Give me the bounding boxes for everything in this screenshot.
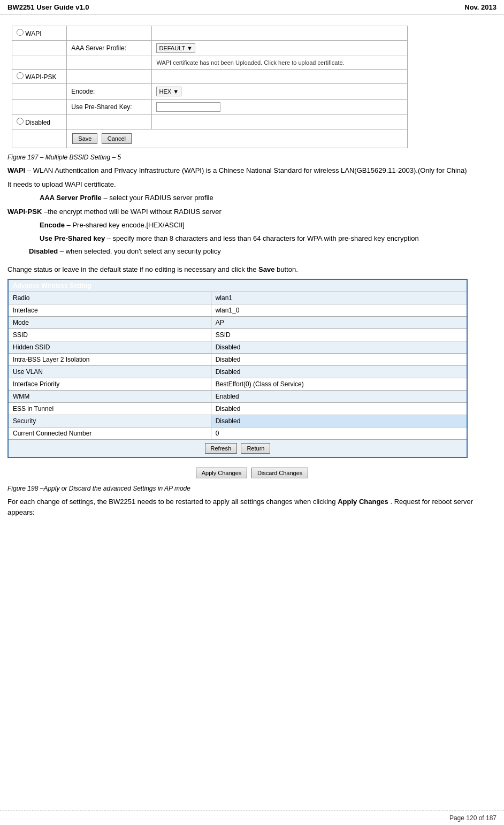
adv-row-label: SSID: [8, 329, 211, 341]
adv-row-value: 0: [211, 427, 467, 440]
table-row: Interfacewlan1_0: [8, 304, 467, 317]
table-row: WAPI-PSK: [12, 70, 408, 84]
wapi-upload-para: It needs to upload WAPI certificate.: [7, 179, 497, 190]
page-number: Page 120 of 187: [449, 814, 497, 822]
preshared-desc-text: – specify more than 8 characters and les…: [107, 234, 419, 242]
refresh-button[interactable]: Refresh: [205, 443, 238, 454]
encode-desc-text: – Pre-shared key encode.[HEX/ASCII]: [67, 221, 185, 229]
wapi-psk-label: WAPI-PSK: [7, 208, 42, 216]
adv-table-title: Advance Wireless Setting: [8, 279, 467, 292]
table-row: WAPI certificate has not been Uploaded. …: [12, 56, 408, 70]
change-status-para: Change status or leave in the default st…: [7, 264, 497, 275]
return-button[interactable]: Return: [241, 443, 270, 454]
table-row: Interface PriorityBestEffort(0) (Class o…: [8, 378, 467, 391]
certificate-note: WAPI certificate has not been Uploaded. …: [156, 59, 344, 66]
adv-row-label: Security: [8, 415, 211, 427]
change-status-end: button.: [277, 265, 298, 273]
adv-table-footer: Refresh Return: [8, 440, 467, 458]
wapi-psk-radio[interactable]: [17, 72, 24, 79]
save-inline-label: Save: [258, 265, 274, 273]
preshared-key-input[interactable]: [156, 102, 220, 112]
disabled-label: Disabled: [29, 247, 58, 255]
wapi-bold-label: WAPI: [7, 166, 25, 174]
table-row: Disabled: [12, 115, 408, 129]
wapi-intro-text: – WLAN Authentication and Privacy Infras…: [27, 166, 467, 174]
wapi-psk-para: WAPI-PSK –the encrypt method will be WAP…: [7, 207, 497, 217]
table-row: Hidden SSIDDisabled: [8, 341, 467, 354]
adv-table-footer-row: Refresh Return: [8, 440, 467, 458]
adv-row-label: ESS in Tunnel: [8, 403, 211, 415]
table-row: Encode: HEX ▼: [12, 84, 408, 100]
adv-row-value: wlan1: [211, 292, 467, 304]
table-row: Intra-BSS Layer 2 IsolationDisabled: [8, 354, 467, 366]
page-header: BW2251 User Guide v1.0 Nov. 2013: [0, 0, 504, 15]
apply-changes-inline: Apply Changes: [338, 498, 388, 506]
encode-label: Encode: [40, 221, 65, 229]
wapi-intro-para: WAPI – WLAN Authentication and Privacy I…: [7, 165, 497, 176]
fig198-caption: Figure 198 –Apply or Discard the advance…: [7, 485, 497, 492]
disabled-description: Disabled – when selected, you don't sele…: [29, 246, 497, 257]
adv-row-value: AP: [211, 317, 467, 329]
disabled-radio[interactable]: [17, 118, 24, 125]
aaa-desc-text: – select your RADIUS server profile: [103, 194, 213, 202]
adv-row-label: Current Connected Number: [8, 427, 211, 440]
adv-row-label: Interface Priority: [8, 378, 211, 391]
doc-date: Nov. 2013: [464, 3, 497, 11]
table-row: AAA Server Profile: DEFAULT ▼: [12, 41, 408, 56]
advanced-wireless-table: Advance Wireless Setting Radiowlan1Inter…: [7, 279, 468, 458]
adv-row-label: WMM: [8, 391, 211, 403]
table-row: Use Pre-Shared Key:: [12, 100, 408, 115]
adv-table-header-row: Advance Wireless Setting: [8, 279, 467, 292]
preshared-description: Use Pre-Shared key – specify more than 8…: [40, 233, 497, 244]
table-row: Use VLANDisabled: [8, 366, 467, 378]
adv-row-value: SSID: [211, 329, 467, 341]
bssid-form-table: WAPI AAA Server Profile: DEFAULT ▼ WAPI …: [12, 26, 408, 148]
save-button[interactable]: Save: [72, 133, 97, 144]
preshared-label: Use Pre-Shared key: [40, 234, 105, 242]
cancel-button[interactable]: Cancel: [102, 133, 132, 144]
encode-select[interactable]: HEX ▼: [156, 87, 181, 96]
table-row: SecurityDisabled: [8, 415, 467, 427]
discard-changes-button[interactable]: Discard Changes: [251, 468, 308, 478]
adv-row-value: Disabled: [211, 366, 467, 378]
adv-row-label: Hidden SSID: [8, 341, 211, 354]
table-row: Current Connected Number0: [8, 427, 467, 440]
apply-section: Apply Changes Discard Changes: [7, 467, 497, 479]
doc-title: BW2251 User Guide v1.0: [7, 3, 89, 11]
adv-row-value: Disabled: [211, 403, 467, 415]
encode-description: Encode – Pre-shared key encode.[HEX/ASCI…: [40, 220, 497, 231]
adv-row-value: BestEffort(0) (Class of Service): [211, 378, 467, 391]
wapi-psk-desc: –the encrypt method will be WAPI without…: [44, 208, 222, 216]
table-row: ESS in TunnelDisabled: [8, 403, 467, 415]
wapi-radio[interactable]: [17, 29, 24, 36]
footer-text-para: For each change of settings, the BW2251 …: [7, 496, 497, 517]
apply-changes-button[interactable]: Apply Changes: [196, 468, 248, 478]
adv-row-label: Mode: [8, 317, 211, 329]
table-row: Save Cancel: [12, 129, 408, 148]
table-row: SSIDSSID: [8, 329, 467, 341]
table-row: ModeAP: [8, 317, 467, 329]
footer-bar: Page 120 of 187: [0, 811, 504, 825]
adv-row-label: Use VLAN: [8, 366, 211, 378]
adv-row-label: Interface: [8, 304, 211, 317]
change-status-text: Change status or leave in the default st…: [7, 265, 258, 273]
table-row: Radiowlan1: [8, 292, 467, 304]
adv-row-value: Enabled: [211, 391, 467, 403]
disabled-desc-text: – when selected, you don't select any se…: [60, 247, 221, 255]
aaa-label: AAA Server Profile: [40, 194, 102, 202]
adv-row-value: wlan1_0: [211, 304, 467, 317]
aaa-profile-select[interactable]: DEFAULT ▼: [156, 43, 195, 53]
footer-text-start: For each change of settings, the BW2251 …: [7, 498, 338, 506]
fig197-caption: Figure 197 – Multiple BSSID Setting – 5: [7, 154, 497, 161]
adv-row-label: Intra-BSS Layer 2 Isolation: [8, 354, 211, 366]
adv-row-label: Radio: [8, 292, 211, 304]
table-row: WAPI: [12, 26, 408, 41]
table-row: WMMEnabled: [8, 391, 467, 403]
adv-row-value: Disabled: [211, 341, 467, 354]
aaa-description: AAA Server Profile – select your RADIUS …: [40, 193, 497, 203]
adv-row-value: Disabled: [211, 415, 467, 427]
adv-row-value: Disabled: [211, 354, 467, 366]
